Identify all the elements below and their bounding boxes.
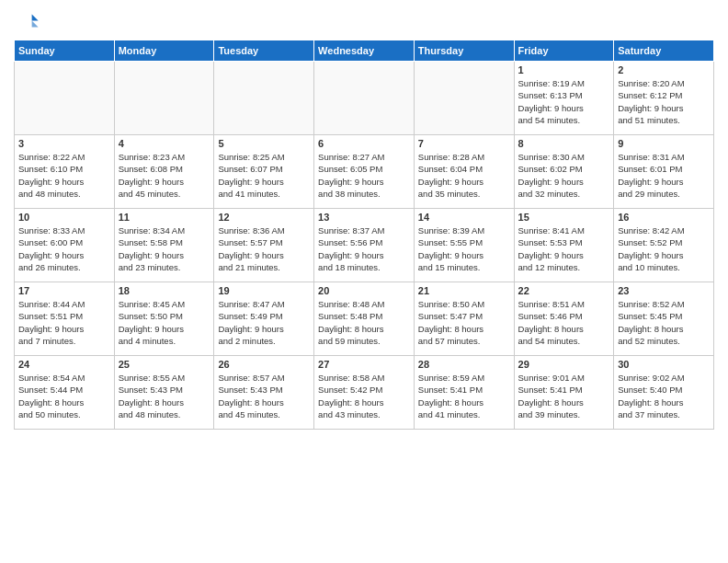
day-number: 17 xyxy=(18,285,110,296)
day-number: 25 xyxy=(119,359,210,370)
day-info: Sunrise: 8:59 AM Sunset: 5:41 PM Dayligh… xyxy=(418,372,510,420)
day-info: Sunrise: 8:25 AM Sunset: 6:07 PM Dayligh… xyxy=(218,151,310,200)
calendar-day-cell: 17Sunrise: 8:44 AM Sunset: 5:51 PM Dayli… xyxy=(15,282,115,356)
day-info: Sunrise: 8:52 AM Sunset: 5:45 PM Dayligh… xyxy=(618,298,710,347)
calendar-day-cell: 12Sunrise: 8:36 AM Sunset: 5:57 PM Dayli… xyxy=(214,209,314,282)
calendar-day-cell: 11Sunrise: 8:34 AM Sunset: 5:58 PM Dayli… xyxy=(114,209,214,282)
calendar-day-cell: 30Sunrise: 9:02 AM Sunset: 5:40 PM Dayli… xyxy=(614,356,714,430)
calendar-day-cell: 20Sunrise: 8:48 AM Sunset: 5:48 PM Dayli… xyxy=(314,282,415,356)
day-info: Sunrise: 8:42 AM Sunset: 5:52 PM Dayligh… xyxy=(618,224,710,273)
calendar-day-cell: 7Sunrise: 8:28 AM Sunset: 6:04 PM Daylig… xyxy=(414,135,514,209)
day-number: 12 xyxy=(218,212,310,223)
day-info: Sunrise: 8:51 AM Sunset: 5:46 PM Dayligh… xyxy=(518,298,610,347)
calendar-week-row: 17Sunrise: 8:44 AM Sunset: 5:51 PM Dayli… xyxy=(15,282,714,356)
day-info: Sunrise: 9:01 AM Sunset: 5:41 PM Dayligh… xyxy=(518,372,610,420)
day-number: 28 xyxy=(418,359,510,370)
day-number: 18 xyxy=(119,285,210,296)
calendar-day-cell xyxy=(15,62,115,135)
svg-rect-0 xyxy=(14,9,40,35)
calendar-day-cell: 14Sunrise: 8:39 AM Sunset: 5:55 PM Dayli… xyxy=(414,209,514,282)
day-number: 26 xyxy=(218,359,310,370)
day-info: Sunrise: 8:36 AM Sunset: 5:57 PM Dayligh… xyxy=(218,224,310,273)
day-number: 11 xyxy=(119,212,210,223)
calendar-day-cell xyxy=(214,62,314,135)
calendar-day-cell: 16Sunrise: 8:42 AM Sunset: 5:52 PM Dayli… xyxy=(614,209,714,282)
day-info: Sunrise: 8:19 AM Sunset: 6:13 PM Dayligh… xyxy=(518,77,610,126)
day-info: Sunrise: 8:23 AM Sunset: 6:08 PM Dayligh… xyxy=(119,151,210,200)
day-number: 19 xyxy=(218,285,310,296)
day-number: 5 xyxy=(218,138,310,149)
calendar-week-row: 1Sunrise: 8:19 AM Sunset: 6:13 PM Daylig… xyxy=(15,62,714,135)
page-container: SundayMondayTuesdayWednesdayThursdayFrid… xyxy=(0,0,728,434)
calendar-day-cell: 27Sunrise: 8:58 AM Sunset: 5:42 PM Dayli… xyxy=(314,356,415,430)
day-number: 13 xyxy=(318,212,410,223)
calendar-day-cell: 24Sunrise: 8:54 AM Sunset: 5:44 PM Dayli… xyxy=(15,356,115,430)
day-info: Sunrise: 8:55 AM Sunset: 5:43 PM Dayligh… xyxy=(119,372,210,420)
day-info: Sunrise: 8:41 AM Sunset: 5:53 PM Dayligh… xyxy=(518,224,610,273)
day-number: 21 xyxy=(418,285,510,296)
day-info: Sunrise: 8:39 AM Sunset: 5:55 PM Dayligh… xyxy=(418,224,510,273)
day-info: Sunrise: 8:54 AM Sunset: 5:44 PM Dayligh… xyxy=(18,372,110,420)
day-number: 2 xyxy=(618,64,710,75)
calendar-day-cell xyxy=(314,62,415,135)
calendar-day-cell: 23Sunrise: 8:52 AM Sunset: 5:45 PM Dayli… xyxy=(614,282,714,356)
day-number: 16 xyxy=(618,212,710,223)
day-info: Sunrise: 8:47 AM Sunset: 5:49 PM Dayligh… xyxy=(218,298,310,347)
calendar-table: SundayMondayTuesdayWednesdayThursdayFrid… xyxy=(14,40,714,430)
day-info: Sunrise: 8:45 AM Sunset: 5:50 PM Dayligh… xyxy=(119,298,210,347)
calendar-day-cell: 4Sunrise: 8:23 AM Sunset: 6:08 PM Daylig… xyxy=(114,135,214,209)
day-number: 29 xyxy=(518,359,610,370)
day-info: Sunrise: 8:50 AM Sunset: 5:47 PM Dayligh… xyxy=(418,298,510,347)
weekday-header: Wednesday xyxy=(314,40,415,62)
day-number: 30 xyxy=(618,359,710,370)
weekday-header: Tuesday xyxy=(214,40,314,62)
logo-icon xyxy=(14,9,40,35)
day-info: Sunrise: 8:20 AM Sunset: 6:12 PM Dayligh… xyxy=(618,77,710,126)
calendar-day-cell: 1Sunrise: 8:19 AM Sunset: 6:13 PM Daylig… xyxy=(514,62,614,135)
day-info: Sunrise: 8:44 AM Sunset: 5:51 PM Dayligh… xyxy=(18,298,110,347)
day-number: 15 xyxy=(518,212,610,223)
day-number: 22 xyxy=(518,285,610,296)
day-info: Sunrise: 8:28 AM Sunset: 6:04 PM Dayligh… xyxy=(418,151,510,200)
calendar-day-cell: 25Sunrise: 8:55 AM Sunset: 5:43 PM Dayli… xyxy=(114,356,214,430)
header xyxy=(14,9,714,35)
weekday-header: Saturday xyxy=(614,40,714,62)
day-info: Sunrise: 9:02 AM Sunset: 5:40 PM Dayligh… xyxy=(618,372,710,420)
day-number: 4 xyxy=(119,138,210,149)
day-info: Sunrise: 8:33 AM Sunset: 6:00 PM Dayligh… xyxy=(18,224,110,273)
day-info: Sunrise: 8:27 AM Sunset: 6:05 PM Dayligh… xyxy=(318,151,410,200)
day-info: Sunrise: 8:34 AM Sunset: 5:58 PM Dayligh… xyxy=(119,224,210,273)
calendar-day-cell: 22Sunrise: 8:51 AM Sunset: 5:46 PM Dayli… xyxy=(514,282,614,356)
day-number: 20 xyxy=(318,285,410,296)
calendar-day-cell: 2Sunrise: 8:20 AM Sunset: 6:12 PM Daylig… xyxy=(614,62,714,135)
day-info: Sunrise: 8:58 AM Sunset: 5:42 PM Dayligh… xyxy=(318,372,410,420)
day-info: Sunrise: 8:57 AM Sunset: 5:43 PM Dayligh… xyxy=(218,372,310,420)
calendar-day-cell: 9Sunrise: 8:31 AM Sunset: 6:01 PM Daylig… xyxy=(614,135,714,209)
day-number: 8 xyxy=(518,138,610,149)
calendar-day-cell: 5Sunrise: 8:25 AM Sunset: 6:07 PM Daylig… xyxy=(214,135,314,209)
calendar-day-cell: 10Sunrise: 8:33 AM Sunset: 6:00 PM Dayli… xyxy=(15,209,115,282)
weekday-header: Thursday xyxy=(414,40,514,62)
day-number: 7 xyxy=(418,138,510,149)
calendar-day-cell: 28Sunrise: 8:59 AM Sunset: 5:41 PM Dayli… xyxy=(414,356,514,430)
calendar-day-cell xyxy=(114,62,214,135)
day-number: 24 xyxy=(18,359,110,370)
calendar-day-cell: 6Sunrise: 8:27 AM Sunset: 6:05 PM Daylig… xyxy=(314,135,415,209)
calendar-week-row: 24Sunrise: 8:54 AM Sunset: 5:44 PM Dayli… xyxy=(15,356,714,430)
calendar-day-cell: 21Sunrise: 8:50 AM Sunset: 5:47 PM Dayli… xyxy=(414,282,514,356)
calendar-week-row: 10Sunrise: 8:33 AM Sunset: 6:00 PM Dayli… xyxy=(15,209,714,282)
calendar-week-row: 3Sunrise: 8:22 AM Sunset: 6:10 PM Daylig… xyxy=(15,135,714,209)
day-number: 9 xyxy=(618,138,710,149)
calendar-day-cell: 18Sunrise: 8:45 AM Sunset: 5:50 PM Dayli… xyxy=(114,282,214,356)
day-number: 1 xyxy=(518,64,610,75)
calendar-header-row: SundayMondayTuesdayWednesdayThursdayFrid… xyxy=(15,40,714,62)
logo xyxy=(14,9,43,35)
calendar-day-cell xyxy=(414,62,514,135)
day-number: 10 xyxy=(18,212,110,223)
weekday-header: Friday xyxy=(514,40,614,62)
calendar-day-cell: 19Sunrise: 8:47 AM Sunset: 5:49 PM Dayli… xyxy=(214,282,314,356)
calendar-day-cell: 26Sunrise: 8:57 AM Sunset: 5:43 PM Dayli… xyxy=(214,356,314,430)
day-number: 23 xyxy=(618,285,710,296)
day-info: Sunrise: 8:30 AM Sunset: 6:02 PM Dayligh… xyxy=(518,151,610,200)
day-info: Sunrise: 8:31 AM Sunset: 6:01 PM Dayligh… xyxy=(618,151,710,200)
